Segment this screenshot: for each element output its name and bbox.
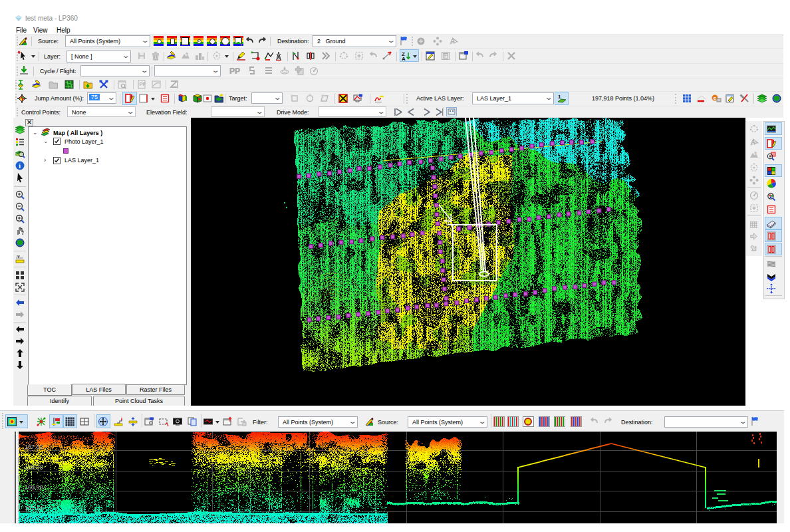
svg-text:i: i bbox=[19, 162, 21, 170]
svg-text:A: A bbox=[402, 56, 406, 61]
svg-text:1: 1 bbox=[558, 94, 561, 100]
svg-text:PP: PP bbox=[140, 82, 146, 86]
svg-text:e: e bbox=[714, 95, 717, 101]
